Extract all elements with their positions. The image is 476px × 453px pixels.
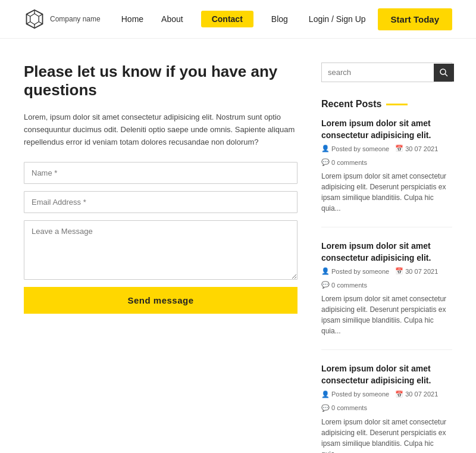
search-icon — [440, 68, 448, 77]
contact-form: Send message — [24, 162, 298, 314]
svg-marker-1 — [30, 14, 39, 24]
post-title: Lorem ipsum dolor sit amet consectetur a… — [321, 363, 452, 386]
email-input[interactable] — [24, 191, 298, 213]
login-link[interactable]: Login / Sign Up — [309, 14, 366, 24]
svg-line-6 — [27, 22, 30, 24]
post-date: 📅 30 07 2021 — [395, 145, 438, 152]
post-excerpt: Lorem ipsum dolor sit amet consectetur a… — [321, 171, 452, 214]
post-author: 👤 Posted by someone — [321, 390, 389, 398]
svg-line-3 — [39, 14, 42, 17]
logo[interactable]: Company name — [24, 8, 101, 30]
post-author: 👤 Posted by someone — [321, 145, 389, 152]
post-author: 👤 Posted by someone — [321, 267, 389, 275]
post-excerpt: Lorem ipsum dolor sit amet consectetur a… — [321, 293, 452, 336]
nav-about[interactable]: About — [161, 14, 183, 24]
page-title: Please let us know if you have any quest… — [24, 63, 298, 99]
post-comments: 💬 0 comments — [321, 404, 367, 412]
post-item: Lorem ipsum dolor sit amet consectetur a… — [321, 363, 452, 453]
comment-icon: 💬 — [321, 158, 330, 166]
comment-icon: 💬 — [321, 281, 330, 289]
post-excerpt: Lorem ipsum dolor sit amet consectetur a… — [321, 417, 452, 453]
svg-line-4 — [39, 22, 42, 24]
post-date: 📅 30 07 2021 — [395, 267, 438, 275]
calendar-icon: 📅 — [395, 390, 403, 398]
start-today-button[interactable]: Start Today — [378, 8, 452, 30]
post-meta: 👤 Posted by someone 📅 30 07 2021 💬 0 com… — [321, 390, 452, 412]
message-input[interactable] — [24, 220, 298, 280]
search-button[interactable] — [434, 64, 454, 82]
search-input[interactable] — [322, 63, 434, 82]
person-icon: 👤 — [321, 267, 330, 275]
post-meta: 👤 Posted by someone 📅 30 07 2021 💬 0 com… — [321, 145, 452, 166]
comment-icon: 💬 — [321, 404, 330, 412]
navbar: Company name Home About Contact Blog Log… — [0, 0, 476, 39]
person-icon: 👤 — [321, 145, 330, 152]
name-input[interactable] — [24, 162, 298, 184]
svg-line-7 — [27, 14, 30, 17]
intro-text: Lorem, ipsum dolor sit amet consectetur … — [24, 111, 298, 148]
post-date: 📅 30 07 2021 — [395, 390, 438, 398]
calendar-icon: 📅 — [395, 267, 403, 275]
send-message-button[interactable]: Send message — [24, 287, 298, 314]
logo-icon — [24, 8, 45, 30]
right-column: Recent Posts Lorem ipsum dolor sit amet … — [321, 63, 452, 453]
calendar-icon: 📅 — [395, 145, 403, 152]
company-name: Company name — [50, 15, 101, 23]
post-comments: 💬 0 comments — [321, 158, 367, 166]
svg-line-9 — [445, 74, 447, 76]
recent-posts-heading: Recent Posts — [321, 99, 452, 110]
svg-point-8 — [440, 69, 446, 74]
post-meta: 👤 Posted by someone 📅 30 07 2021 💬 0 com… — [321, 267, 452, 289]
search-bar — [321, 63, 452, 82]
post-title: Lorem ipsum dolor sit amet consectetur a… — [321, 118, 452, 141]
nav-blog[interactable]: Blog — [271, 14, 288, 24]
post-comments: 💬 0 comments — [321, 281, 367, 289]
nav-contact[interactable]: Contact — [201, 11, 253, 27]
navbar-right: Login / Sign Up Start Today — [309, 8, 452, 30]
left-column: Please let us know if you have any quest… — [24, 63, 298, 453]
person-icon: 👤 — [321, 390, 330, 398]
post-item: Lorem ipsum dolor sit amet consectetur a… — [321, 118, 452, 227]
post-item: Lorem ipsum dolor sit amet consectetur a… — [321, 240, 452, 350]
post-title: Lorem ipsum dolor sit amet consectetur a… — [321, 240, 452, 264]
nav-links: Home About Contact Blog — [121, 11, 288, 27]
main-content: Please let us know if you have any quest… — [0, 39, 476, 453]
nav-home[interactable]: Home — [121, 14, 143, 24]
